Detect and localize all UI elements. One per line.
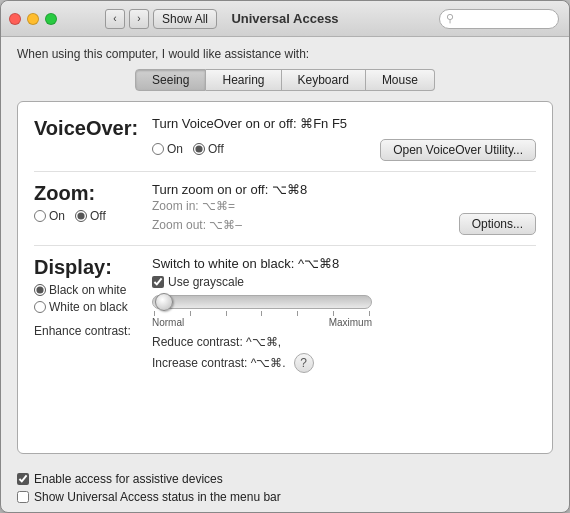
grayscale-checkbox[interactable] (152, 276, 164, 288)
contrast-slider-container: Normal Maximum (152, 295, 372, 328)
contrast-slider-thumb[interactable] (155, 293, 173, 311)
zoom-on-radio[interactable] (34, 210, 46, 222)
open-voiceover-utility-button[interactable]: Open VoiceOver Utility... (380, 139, 536, 161)
contrast-slider-track (152, 295, 372, 309)
zoom-label: Zoom: (34, 182, 144, 205)
minimize-button[interactable] (27, 13, 39, 25)
zoom-off-label[interactable]: Off (75, 209, 106, 223)
zoom-sub2: Zoom out: ⌥⌘– (152, 216, 459, 235)
close-button[interactable] (9, 13, 21, 25)
grayscale-checkbox-label[interactable]: Use grayscale (152, 275, 536, 289)
zoom-desc-row: Turn zoom on or off: ⌥⌘8 Zoom in: ⌥⌘= Zo… (152, 182, 536, 235)
slider-labels: Normal Maximum (152, 317, 372, 328)
show-all-button[interactable]: Show All (153, 9, 217, 29)
maximize-button[interactable] (45, 13, 57, 25)
help-button[interactable]: ? (294, 353, 314, 373)
tick-4 (261, 311, 262, 316)
display-section: Display: Black on white White on black E… (34, 256, 536, 439)
display-left: Display: Black on white White on black E… (34, 256, 144, 340)
tick-5 (297, 311, 298, 316)
zoom-desc-block: Turn zoom on or off: ⌥⌘8 Zoom in: ⌥⌘= Zo… (152, 182, 459, 235)
tab-keyboard[interactable]: Keyboard (282, 69, 366, 91)
voiceover-off-radio[interactable] (193, 143, 205, 155)
assistance-label: When using this computer, I would like a… (17, 47, 553, 61)
enable-assistive-label[interactable]: Enable access for assistive devices (17, 472, 553, 486)
zoom-left: Zoom: On Off (34, 182, 144, 223)
zoom-on-label[interactable]: On (34, 209, 65, 223)
voiceover-section: VoiceOver: Turn VoiceOver on or off: ⌘Fn… (34, 116, 536, 172)
voiceover-desc: Turn VoiceOver on or off: ⌘Fn F5 (152, 116, 347, 131)
tick-3 (226, 311, 227, 316)
tick-7 (369, 311, 370, 316)
settings-panel: VoiceOver: Turn VoiceOver on or off: ⌘Fn… (17, 101, 553, 454)
reduce-contrast-shortcut: Reduce contrast: ^⌥⌘, (152, 332, 286, 352)
zoom-options-button[interactable]: Options... (459, 213, 536, 235)
voiceover-right: Turn VoiceOver on or off: ⌘Fn F5 On Off (152, 116, 536, 161)
window-title: Universal Access (231, 11, 338, 26)
forward-button[interactable]: › (129, 9, 149, 29)
display-radio-col: Black on white White on black (34, 283, 144, 314)
tab-mouse[interactable]: Mouse (366, 69, 435, 91)
zoom-off-radio[interactable] (75, 210, 87, 222)
enhance-contrast-label: Enhance contrast: (34, 324, 144, 338)
tick-6 (333, 311, 334, 316)
tab-hearing[interactable]: Hearing (206, 69, 281, 91)
voiceover-top-row: Turn VoiceOver on or off: ⌘Fn F5 (152, 116, 536, 131)
black-on-white-radio[interactable] (34, 284, 46, 296)
back-button[interactable]: ‹ (105, 9, 125, 29)
show-menu-bar-checkbox[interactable] (17, 491, 29, 503)
show-menu-bar-label[interactable]: Show Universal Access status in the menu… (17, 490, 553, 504)
white-on-black-radio[interactable] (34, 301, 46, 313)
white-on-black-label[interactable]: White on black (34, 300, 144, 314)
tab-seeing[interactable]: Seeing (135, 69, 206, 91)
black-on-white-label[interactable]: Black on white (34, 283, 144, 297)
search-input[interactable] (457, 12, 537, 26)
zoom-sub1: Zoom in: ⌥⌘= (152, 197, 459, 216)
nav-controls: ‹ › Show All (105, 9, 217, 29)
slider-max-label: Maximum (329, 317, 372, 328)
tabs-bar: Seeing Hearing Keyboard Mouse (17, 69, 553, 91)
bottom-section: Enable access for assistive devices Show… (1, 464, 569, 512)
enable-assistive-checkbox[interactable] (17, 473, 29, 485)
slider-min-label: Normal (152, 317, 184, 328)
slider-ticks (152, 311, 372, 316)
zoom-right: Turn zoom on or off: ⌥⌘8 Zoom in: ⌥⌘= Zo… (152, 182, 536, 235)
tick-2 (190, 311, 191, 316)
voiceover-radio-row: On Off (152, 142, 224, 156)
voiceover-on-radio[interactable] (152, 143, 164, 155)
titlebar: ‹ › Show All Universal Access ⚲ (1, 1, 569, 37)
zoom-section: Zoom: On Off (34, 182, 536, 246)
zoom-main-desc: Turn zoom on or off: ⌥⌘8 (152, 182, 459, 197)
search-icon: ⚲ (446, 12, 454, 25)
display-top-row: Switch to white on black: ^⌥⌘8 (152, 256, 536, 271)
tick-1 (154, 311, 155, 316)
contrast-row: Normal Maximum Reduce contrast: ^⌥⌘, Inc… (152, 295, 536, 373)
main-content: When using this computer, I would like a… (1, 37, 569, 464)
display-switch-desc: Switch to white on black: ^⌥⌘8 (152, 256, 339, 271)
increase-contrast-shortcut: Increase contrast: ^⌥⌘. (152, 353, 286, 373)
voiceover-off-label[interactable]: Off (193, 142, 224, 156)
window: ‹ › Show All Universal Access ⚲ When usi… (0, 0, 570, 513)
voiceover-label: VoiceOver: (34, 116, 144, 140)
traffic-lights (9, 13, 57, 25)
zoom-radio-row: On Off (34, 209, 144, 223)
voiceover-on-label[interactable]: On (152, 142, 183, 156)
display-right: Switch to white on black: ^⌥⌘8 Use grays… (152, 256, 536, 373)
contrast-shortcuts: Reduce contrast: ^⌥⌘, Increase contrast:… (152, 332, 286, 373)
search-box[interactable]: ⚲ (439, 9, 559, 29)
display-label: Display: (34, 256, 144, 279)
contrast-bottom-row: Reduce contrast: ^⌥⌘, Increase contrast:… (152, 328, 536, 373)
